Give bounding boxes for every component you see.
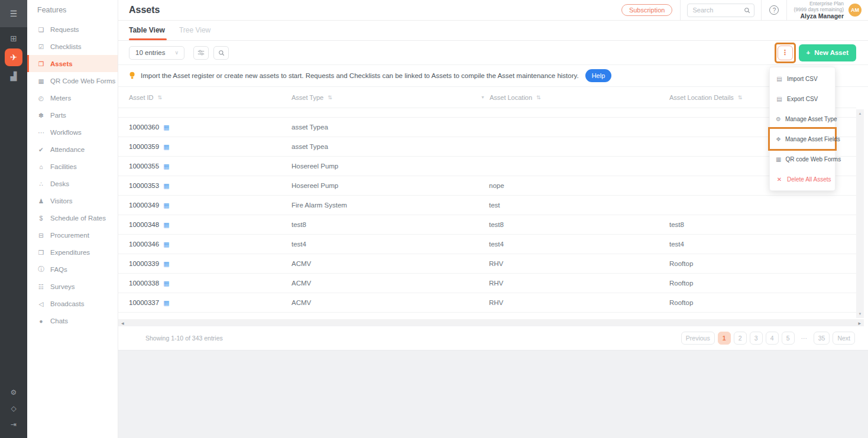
sidebar-item-icon: ◴ bbox=[37, 95, 45, 102]
qr-code-icon[interactable]: ▦ bbox=[163, 241, 169, 248]
sidebar-item[interactable]: ⌂ Facilities bbox=[27, 158, 118, 175]
divider bbox=[786, 0, 787, 20]
qr-code-icon[interactable]: ▦ bbox=[163, 280, 169, 287]
menu-item[interactable]: ▦ QR code Web Forms bbox=[770, 149, 835, 169]
sidebar-item[interactable]: ▦ QR Code Web Forms bbox=[27, 72, 118, 89]
view-tab[interactable]: Table View bbox=[129, 26, 165, 40]
scroll-down-icon[interactable]: ▼ bbox=[856, 312, 864, 316]
rail-item-icon[interactable]: ✈ bbox=[5, 48, 22, 66]
cell-asset-id: 10000346 ▦ bbox=[118, 241, 292, 248]
table-row[interactable]: 10000338 ▦ ACMV RHV Rooftop bbox=[118, 274, 856, 293]
vertical-scrollbar[interactable]: ▲ ▼ bbox=[856, 109, 864, 318]
sidebar-item[interactable]: ☷ Surveys bbox=[27, 278, 118, 295]
sidebar-item[interactable]: $ Schedule of Rates bbox=[27, 209, 118, 226]
rail-item-icon[interactable]: ⊞ bbox=[5, 30, 22, 47]
sidebar-item-icon: ⓘ bbox=[37, 265, 45, 274]
table-row[interactable]: 10000355 ▦ Hosereel Pump bbox=[118, 157, 856, 176]
sidebar-item[interactable]: ● Chats bbox=[27, 312, 118, 329]
filter-icon[interactable]: ▼ bbox=[481, 95, 485, 99]
table-row[interactable]: 10000348 ▦ test8 test8 test8 bbox=[118, 215, 856, 235]
sidebar-item[interactable]: ☑ Checklists bbox=[27, 38, 118, 55]
sort-icon[interactable]: ⇅ bbox=[738, 95, 743, 100]
cell-asset-location-details: test8 bbox=[669, 221, 856, 228]
asset-type-value: test8 bbox=[292, 221, 306, 228]
menu-item[interactable]: ❖ Manage Asset Fields bbox=[770, 129, 835, 149]
divider bbox=[680, 0, 681, 20]
pagination-button[interactable]: 2 bbox=[734, 332, 747, 345]
rail-bottom-icon[interactable]: ◇ bbox=[11, 400, 16, 416]
sidebar-item[interactable]: ♟ Visitors bbox=[27, 192, 118, 209]
sort-icon[interactable]: ⇅ bbox=[328, 95, 332, 100]
showing-entries-text: Showing 1-10 of 343 entries bbox=[145, 335, 223, 342]
menu-item[interactable]: ▤ Export CSV bbox=[770, 89, 835, 109]
new-asset-button[interactable]: + New Asset bbox=[799, 44, 856, 61]
rail-bottom-icon[interactable]: ⚙ bbox=[11, 384, 17, 400]
search-icon[interactable] bbox=[744, 7, 750, 14]
sort-icon[interactable]: ⇅ bbox=[158, 95, 163, 100]
sidebar-item[interactable]: ∴ Desks bbox=[27, 175, 118, 192]
pagination-button[interactable]: 4 bbox=[766, 332, 779, 345]
more-actions-button[interactable]: ⋮ bbox=[778, 46, 793, 60]
horizontal-scrollbar[interactable]: ◀ ▶ bbox=[118, 319, 864, 326]
pagination-button[interactable]: 3 bbox=[750, 332, 763, 345]
sidebar-item[interactable]: ✔ Attendance bbox=[27, 141, 118, 158]
pagination-button[interactable]: 5 bbox=[782, 332, 795, 345]
sidebar-toggle-icon[interactable]: ☰ bbox=[0, 0, 27, 27]
table-row[interactable]: 10000360 ▦ asset Typea bbox=[118, 118, 856, 137]
scroll-up-icon[interactable]: ▲ bbox=[856, 112, 864, 115]
sidebar-item[interactable]: ❏ Requests bbox=[27, 21, 118, 38]
menu-item[interactable]: ✕ Delete All Assets bbox=[770, 169, 835, 189]
qr-code-icon[interactable]: ▦ bbox=[163, 260, 169, 268]
help-icon[interactable]: ? bbox=[769, 5, 779, 15]
column-settings-button[interactable] bbox=[193, 46, 209, 60]
sidebar-item[interactable]: ⊟ Procurement bbox=[27, 226, 118, 244]
sidebar-item[interactable]: ❐ Assets bbox=[27, 55, 118, 72]
sidebar-item[interactable]: ◴ Meters bbox=[27, 89, 118, 106]
sidebar-item[interactable]: ⋯ Workflows bbox=[27, 124, 118, 141]
sidebar-item-icon: ● bbox=[37, 317, 45, 325]
table-search-button[interactable] bbox=[213, 46, 229, 60]
sort-icon[interactable]: ⇅ bbox=[536, 95, 541, 100]
pagination-button[interactable]: 1 bbox=[718, 332, 731, 345]
pagination-button[interactable]: ··· bbox=[798, 332, 811, 345]
sidebar-item[interactable]: ⓘ FAQs bbox=[27, 261, 118, 278]
rail-bottom-icon[interactable]: ⇥ bbox=[11, 416, 17, 432]
sidebar-item[interactable]: ◁ Broadcasts bbox=[27, 295, 118, 312]
table-row[interactable]: 10000337 ▦ ACMV RHV Rooftop bbox=[118, 293, 856, 313]
menu-item[interactable]: ▤ Import CSV bbox=[770, 69, 835, 89]
entries-per-page-select[interactable]: 10 entries ∨ bbox=[129, 46, 184, 60]
table-row[interactable]: 10000359 ▦ asset Typea bbox=[118, 137, 856, 157]
view-tab[interactable]: Tree View bbox=[179, 26, 210, 40]
qr-code-icon[interactable]: ▦ bbox=[163, 221, 169, 229]
menu-item[interactable]: ⚙ Manage Asset Type bbox=[770, 109, 835, 129]
rail-item-icon[interactable]: ▟ bbox=[5, 67, 22, 85]
sidebar-item-label: Schedule of Rates bbox=[50, 215, 106, 222]
qr-code-icon[interactable]: ▦ bbox=[163, 182, 169, 190]
qr-code-icon[interactable]: ▦ bbox=[163, 202, 169, 209]
qr-code-icon[interactable]: ▦ bbox=[163, 163, 169, 170]
table-row[interactable]: 10000353 ▦ Hosereel Pump nope bbox=[118, 176, 856, 196]
qr-code-icon[interactable]: ▦ bbox=[163, 124, 169, 131]
pagination-button[interactable]: Next bbox=[833, 332, 855, 345]
menu-item-label: Manage Asset Type bbox=[785, 116, 837, 122]
table-footer: Showing 1-10 of 343 entries Previous 1 2… bbox=[118, 326, 868, 351]
cell-asset-type: Fire Alarm System bbox=[292, 202, 481, 209]
banner-help-button[interactable]: Help bbox=[585, 69, 612, 82]
table-row[interactable]: 10000349 ▦ Fire Alarm System test bbox=[118, 196, 856, 215]
asset-type-value: asset Typea bbox=[292, 143, 328, 150]
table-row[interactable]: 10000339 ▦ ACMV RHV Rooftop bbox=[118, 254, 856, 274]
scroll-right-icon[interactable]: ▶ bbox=[858, 321, 861, 325]
qr-code-icon[interactable]: ▦ bbox=[163, 299, 169, 307]
sidebar-item[interactable]: ✽ Parts bbox=[27, 106, 118, 124]
sidebar-item-label: Facilities bbox=[50, 163, 77, 170]
subscription-button[interactable]: Subscription bbox=[621, 4, 673, 16]
asset-location-value: RHV bbox=[481, 280, 503, 287]
avatar[interactable]: AM bbox=[848, 4, 861, 17]
sidebar-item[interactable]: ❒ Expenditures bbox=[27, 244, 118, 261]
table-row[interactable]: 10000346 ▦ test4 test4 test4 bbox=[118, 235, 856, 254]
scroll-left-icon[interactable]: ◀ bbox=[121, 321, 124, 325]
pagination-button[interactable]: 35 bbox=[814, 332, 830, 345]
menu-item-icon: ✕ bbox=[776, 176, 783, 183]
pagination-button[interactable]: Previous bbox=[681, 332, 715, 345]
qr-code-icon[interactable]: ▦ bbox=[163, 143, 169, 151]
